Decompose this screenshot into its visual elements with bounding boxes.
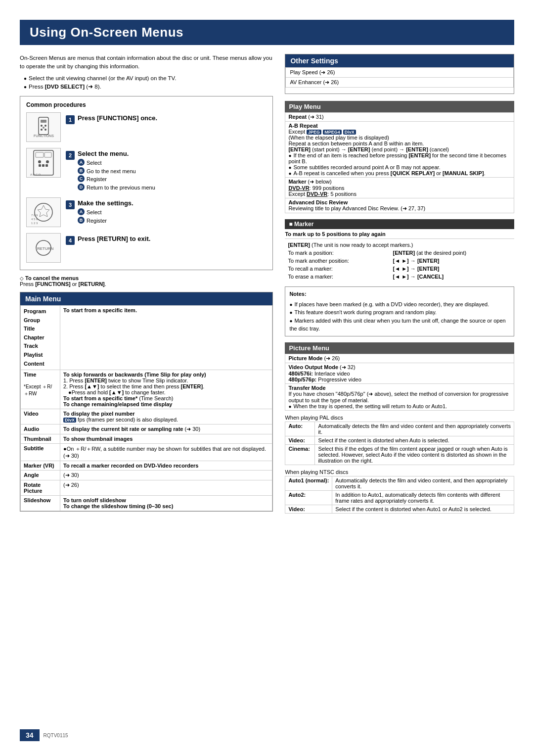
marker-section: ■ Marker To mark up to 5 positions to pl…: [285, 219, 514, 281]
svg-rect-14: [42, 164, 44, 167]
page-title: Using On-Screen Menus: [20, 20, 514, 45]
table-row: Marker (➜ below) DVD-VR: 999 positions E…: [285, 178, 514, 198]
svg-point-4: [41, 129, 43, 131]
procedures-title: Common procedures: [26, 101, 267, 108]
svg-text:4 5 6: 4 5 6: [31, 218, 38, 221]
table-row: Video To display the pixel number DivX f…: [21, 409, 272, 425]
table-row: Play Speed (➜ 26): [286, 68, 514, 78]
table-row: AV Enhancer (➜ 26): [286, 78, 514, 88]
table-row: Audio To display the current bit rate or…: [21, 425, 272, 434]
page-code: RQTV0115: [44, 733, 68, 738]
play-menu-section: Play Menu Repeat (➜ 31) A-B Repeat Excep…: [285, 101, 514, 213]
step-3-number: 3: [66, 200, 75, 209]
step-2: A B C D 2 Select the menu. A Select B Go…: [26, 148, 267, 191]
svg-rect-13: [39, 164, 41, 167]
table-row: Video: Select if the content is distorte…: [285, 436, 514, 444]
step-1-icon: FUNCTIONS: [26, 112, 61, 142]
step-3-icon: 1 2 3 4 5 6 7 8 9: [26, 197, 61, 227]
table-row: To erase a marker: [◄ ►] → [CANCEL]: [285, 273, 514, 281]
cancel-note: ◇ To cancel the menus Press [FUNCTIONS] …: [20, 275, 273, 287]
step-2-number: 2: [66, 151, 75, 160]
table-row: Picture Mode (➜ 26): [285, 354, 514, 363]
table-row: Angle (➜ 30): [21, 471, 272, 480]
table-row: ProgramGroupTitleChapterTrackPlaylistCon…: [21, 306, 272, 370]
ntsc-table: Auto1 (normal): Automatically detects th…: [285, 476, 514, 514]
table-row: [ENTER] (The unit is now ready to accept…: [285, 241, 514, 249]
other-settings-section: Other Settings Play Speed (➜ 26) AV Enha…: [285, 54, 514, 94]
svg-point-3: [44, 125, 46, 127]
table-row: Thumbnail To show thumbnail images: [21, 434, 272, 444]
table-row: Subtitle ●On ＋R/＋RW, a subtitle number m…: [21, 444, 272, 461]
svg-rect-1: [41, 120, 46, 123]
step-1-number: 1: [66, 115, 75, 124]
svg-point-12: [46, 160, 49, 163]
table-row: To recall a marker: [◄ ►] → [ENTER]: [285, 265, 514, 273]
svg-point-11: [38, 160, 41, 163]
svg-text:A B C D: A B C D: [30, 173, 41, 176]
table-row: Advanced Disc Review Reviewing title to …: [285, 198, 514, 213]
marker-table: [ENTER] (The unit is now ready to accept…: [285, 241, 514, 281]
step-2-icon: A B C D: [26, 148, 61, 178]
table-row: Video Output Mode (➜ 32) 480i/576i: Inte…: [285, 363, 514, 383]
table-row: RotatePicture (➜ 26): [21, 480, 272, 496]
table-row: Time*Except ＋R/＋RW To skip forwards or b…: [21, 370, 272, 409]
common-procedures-box: Common procedures FUNCTIONS: [20, 96, 273, 270]
notes-box: Notes: If places have been marked (e.g. …: [285, 286, 514, 336]
main-menu-table: ProgramGroupTitleChapterTrackPlaylistCon…: [20, 305, 272, 511]
svg-rect-9: [36, 152, 44, 157]
svg-text:7 8 9: 7 8 9: [31, 214, 38, 217]
svg-text:RETURN: RETURN: [37, 246, 53, 251]
table-row: Auto: Automatically detects the film and…: [285, 422, 514, 436]
play-menu-header: Play Menu: [285, 101, 514, 112]
svg-rect-10: [44, 152, 51, 157]
svg-text:1 2 3: 1 2 3: [31, 222, 38, 225]
svg-point-6: [43, 127, 44, 129]
pal-table: Auto: Automatically detects the film and…: [285, 422, 514, 465]
other-settings-table: Play Speed (➜ 26) AV Enhancer (➜ 26): [285, 67, 514, 88]
step-4: RETURN 4 Press [RETURN] to exit.: [26, 233, 267, 263]
step-3-content: Make the settings. A Select B Register: [78, 199, 267, 225]
table-row: Transfer Mode If you have chosen "480p/5…: [285, 383, 514, 410]
table-row: Auto1 (normal): Automatically detects th…: [285, 476, 514, 490]
step-1: FUNCTIONS 1 Press [FUNCTIONS] once.: [26, 112, 267, 142]
table-row: To mark another position: [◄ ►] → [ENTER…: [285, 257, 514, 265]
intro-text: On-Screen Menus are menus that contain i…: [20, 54, 273, 91]
picture-menu-section: Picture Menu Picture Mode (➜ 26) Video O…: [285, 342, 514, 514]
step-4-icon: RETURN: [26, 233, 61, 263]
table-row: Repeat (➜ 31): [285, 113, 514, 122]
main-menu-section: Main Menu ProgramGroupTitleChapterTrackP…: [20, 292, 273, 512]
svg-rect-15: [45, 164, 48, 167]
step-1-content: Press [FUNCTIONS] once.: [78, 114, 267, 123]
table-row: Slideshow To turn on/off slideshow To ch…: [21, 496, 272, 511]
table-row: To mark a position: [ENTER] (at the desi…: [285, 249, 514, 257]
pal-section-title: When playing PAL discs: [285, 413, 514, 422]
picture-menu-table: Picture Mode (➜ 26) Video Output Mode (➜…: [285, 354, 514, 411]
other-settings-header: Other Settings: [285, 54, 514, 67]
step-3: 1 2 3 4 5 6 7 8 9 3 Make the settings. A…: [26, 197, 267, 227]
table-row: Cinema: Select this if the edges of the …: [285, 444, 514, 465]
ntsc-section-title: When playing NTSC discs: [285, 467, 514, 476]
table-row: Marker (VR) To recall a marker recorded …: [21, 461, 272, 471]
table-row: Video: Select if the content is distorte…: [285, 505, 514, 513]
svg-point-2: [41, 125, 43, 127]
step-4-content: Press [RETURN] to exit.: [78, 235, 267, 244]
table-row: Auto2: In addition to Auto1, automatical…: [285, 490, 514, 505]
picture-menu-header: Picture Menu: [285, 342, 514, 354]
table-row: A-B Repeat Except JPEG MPEG4 DivX (When …: [285, 122, 514, 178]
svg-marker-18: [38, 205, 49, 217]
play-menu-table: Repeat (➜ 31) A-B Repeat Except JPEG MPE…: [285, 112, 514, 213]
svg-point-5: [44, 129, 46, 131]
page-number: 34: [20, 729, 40, 741]
svg-text:FUNCTIONS: FUNCTIONS: [34, 134, 54, 138]
step-4-number: 4: [66, 236, 75, 245]
step-2-content: Select the menu. A Select B Go to the ne…: [78, 150, 267, 191]
main-menu-header: Main Menu: [20, 292, 272, 305]
